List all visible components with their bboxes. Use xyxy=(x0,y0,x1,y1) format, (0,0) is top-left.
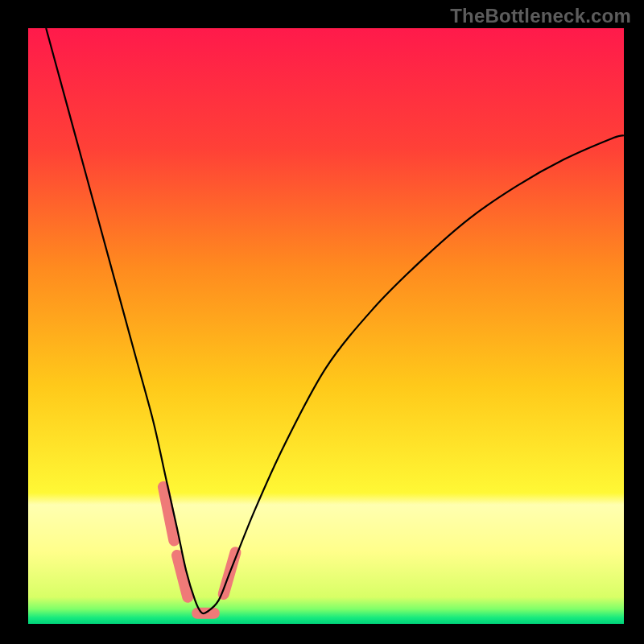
chart-frame: TheBottleneck.com xyxy=(0,0,644,644)
watermark-text: TheBottleneck.com xyxy=(450,5,631,27)
plot-area xyxy=(28,28,624,624)
gradient-background xyxy=(28,28,624,624)
chart-svg xyxy=(28,28,624,624)
